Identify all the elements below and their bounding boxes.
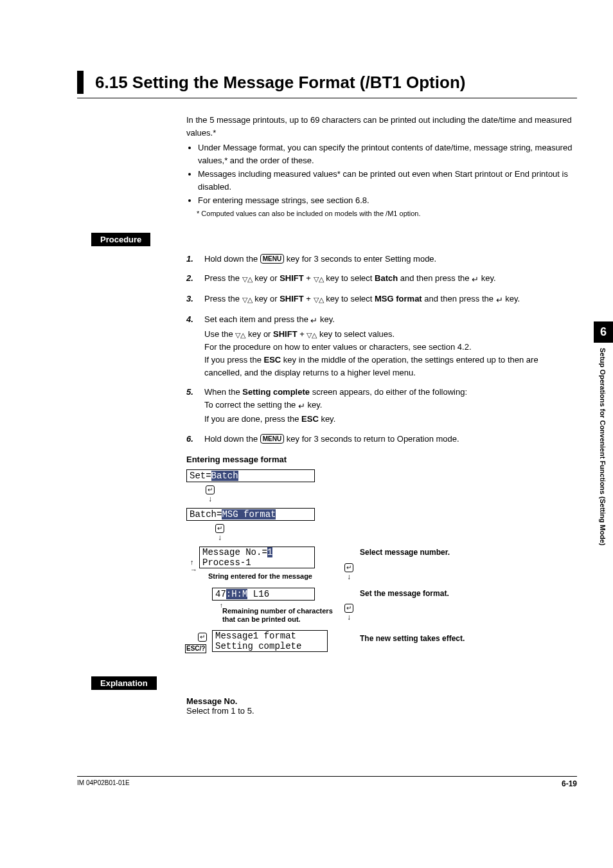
step-1: 1. Hold down the MENU key for 3 seconds … <box>186 253 577 266</box>
nav-key-icon: ▽△ <box>306 330 317 341</box>
caption-remaining: Remaining number of characters that can … <box>222 607 344 624</box>
heading-bar <box>77 71 84 94</box>
caption-set-format: Set the message format. <box>360 589 449 598</box>
enter-icon: ↵ <box>344 563 353 572</box>
chapter-number: 6 <box>594 321 613 343</box>
section-heading: 6.15 Setting the Message Format (/BT1 Op… <box>77 71 577 98</box>
procedure-label: Procedure <box>91 233 150 246</box>
screen-msgno: Message No.=1 Process-1 <box>199 547 315 568</box>
screen-set: Set=Batch <box>186 469 315 482</box>
bullet: Messages including measured values* can … <box>198 168 577 193</box>
step-body: Hold down the MENU key for 3 seconds to … <box>204 433 577 446</box>
step-body: Set each item and press the ↵ key. Use t… <box>204 313 577 379</box>
enter-icon: ↵ <box>198 631 207 642</box>
arrow-down: ↵↓ <box>206 485 215 503</box>
screen-batch: Batch=MSG format <box>186 508 315 521</box>
flow-diagram: Set=Batch ↵↓ Batch=MSG format ↵↓ Message… <box>186 469 577 662</box>
nav-key-icon: ▽△ <box>314 274 324 285</box>
escq-label: ESC/? <box>185 643 206 653</box>
nav-key-icon: ▽△ <box>314 294 324 305</box>
caption-select-msg: Select message number. <box>360 548 450 557</box>
footer-right: 6-19 <box>562 779 577 788</box>
enter-key-icon: ↵ <box>310 314 317 327</box>
explain-heading: Message No. <box>186 696 577 706</box>
heading-text: 6.15 Setting the Message Format (/BT1 Op… <box>95 73 465 93</box>
caption-string-entered: String entered for the message <box>208 572 312 580</box>
side-tab: 6 Setup Operations for Convenient Functi… <box>594 321 613 572</box>
enter-icon: ↵ <box>206 485 215 494</box>
intro-block: In the 5 message printouts, up to 69 cha… <box>186 114 577 219</box>
step-number: 3. <box>186 293 204 307</box>
screen-complete: Message1 format Setting complete <box>212 630 328 652</box>
procedure-list: 1. Hold down the MENU key for 3 seconds … <box>186 253 577 446</box>
step-body: Press the ▽△ key or SHIFT + ▽△ key to se… <box>204 272 577 286</box>
return-arrow-icon: ↑→ <box>190 558 197 574</box>
intro-bullets: Under Message format, you can specify th… <box>186 141 577 207</box>
step-4: 4. Set each item and press the ↵ key. Us… <box>186 313 577 379</box>
step-body: Hold down the MENU key for 3 seconds to … <box>204 253 577 266</box>
intro-paragraph: In the 5 message printouts, up to 69 cha… <box>186 114 577 139</box>
enter-icon: ↵ <box>215 524 224 533</box>
enter-icon: ↵ <box>344 604 353 613</box>
explanation-label: Explanation <box>91 676 157 690</box>
arrow-down: ↵↓ <box>344 603 353 622</box>
nav-key-icon: ▽△ <box>242 294 253 305</box>
step-number: 2. <box>186 272 204 286</box>
subheading: Entering message format <box>186 455 577 464</box>
step-number: 6. <box>186 433 204 446</box>
footer-left: IM 04P02B01-01E <box>77 779 130 788</box>
step-5: 5. When the Setting complete screen appe… <box>186 386 577 426</box>
step-number: 1. <box>186 253 204 266</box>
footnote: * Computed values can also be included o… <box>197 208 577 219</box>
bullet: For entering message strings, see sectio… <box>198 194 577 207</box>
enter-key-icon: ↵ <box>496 294 503 307</box>
nav-key-icon: ▽△ <box>242 274 253 285</box>
caption-takes-effect: The new setting takes effect. <box>360 634 465 643</box>
step-6: 6. Hold down the MENU key for 3 seconds … <box>186 433 577 446</box>
nav-key-icon: ▽△ <box>235 330 245 341</box>
arrow-down: ↵↓ <box>344 563 353 581</box>
step-3: 3. Press the ▽△ key or SHIFT + ▽△ key to… <box>186 293 577 307</box>
step-2: 2. Press the ▽△ key or SHIFT + ▽△ key to… <box>186 272 577 286</box>
menu-keycap: MENU <box>260 434 284 444</box>
bullet: Under Message format, you can specify th… <box>198 141 577 167</box>
screen-format: 47:H:M L16 <box>212 588 315 601</box>
page-footer: IM 04P02B01-01E 6-19 <box>77 776 577 788</box>
arrow-down: ↵↓ <box>215 523 224 542</box>
step-number: 4. <box>186 313 204 379</box>
enter-key-icon: ↵ <box>298 400 305 413</box>
step-body: Press the ▽△ key or SHIFT + ▽△ key to se… <box>204 293 577 307</box>
enter-key-icon: ↵ <box>472 273 479 286</box>
step-number: 5. <box>186 386 204 426</box>
chapter-title: Setup Operations for Convenient Function… <box>594 343 609 572</box>
explain-body: Select from 1 to 5. <box>186 706 577 716</box>
menu-keycap: MENU <box>260 254 284 264</box>
explanation-block: Message No. Select from 1 to 5. <box>186 696 577 716</box>
step-body: When the Setting complete screen appears… <box>204 386 577 426</box>
